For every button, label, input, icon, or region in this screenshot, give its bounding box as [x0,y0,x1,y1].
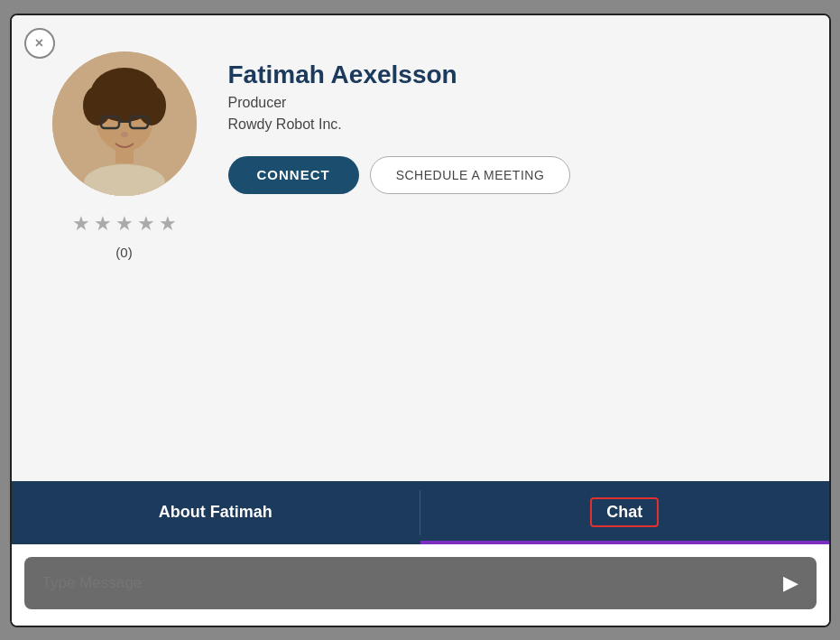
star-4: ★ [137,212,155,236]
send-button[interactable]: ▶ [783,571,798,595]
star-rating: ★ ★ ★ ★ ★ [72,212,177,236]
profile-section: ★ ★ ★ ★ ★ (0) Fatimah Aexelsson Producer… [12,15,829,481]
message-input[interactable] [42,574,772,592]
svg-rect-14 [115,149,134,163]
rating-count: (0) [115,245,132,260]
star-1: ★ [72,212,90,236]
profile-company: Rowdy Robot Inc. [228,116,571,133]
tab-chat[interactable]: Chat [420,481,829,544]
profile-info: Fatimah Aexelsson Producer Rowdy Robot I… [228,51,571,194]
tab-about-label: About Fatimah [159,503,272,522]
action-buttons: CONNECT SCHEDULE A MEETING [228,156,571,194]
close-button[interactable]: × [24,28,55,59]
star-3: ★ [115,212,134,236]
svg-point-7 [105,70,144,96]
svg-point-11 [121,132,128,137]
tab-about[interactable]: About Fatimah [12,481,420,544]
connect-button[interactable]: CONNECT [228,156,359,194]
star-5: ★ [159,212,177,236]
tab-chat-label: Chat [590,497,659,527]
tabs-bar: About Fatimah Chat [12,481,829,544]
svg-rect-13 [106,169,143,196]
profile-title: Producer [228,95,571,111]
schedule-button[interactable]: SCHEDULE A MEETING [370,156,571,194]
profile-name: Fatimah Aexelsson [228,60,571,89]
bottom-area: ▶ [12,544,829,626]
message-bar: ▶ [24,557,817,609]
profile-modal: × [10,14,831,627]
star-2: ★ [94,212,112,236]
avatar [52,51,197,196]
avatar-area: ★ ★ ★ ★ ★ (0) [48,51,201,260]
